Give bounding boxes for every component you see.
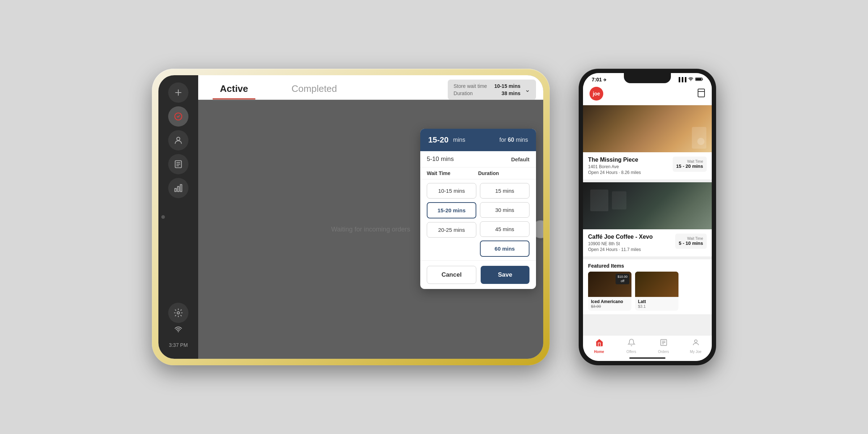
scene: 3:37 PM Active Completed Store wait time… (0, 0, 868, 434)
duration-option-1[interactable]: 30 mins (480, 202, 529, 218)
venue-details-0: The Missing Piece 1401 Boren Ave Open 24… (588, 157, 673, 175)
joe-logo: joe (590, 87, 603, 101)
svg-point-3 (177, 137, 180, 140)
duration-option-2[interactable]: 45 mins (480, 221, 529, 237)
modal-header-duration: 60 (508, 137, 514, 143)
offers-nav-icon (627, 339, 635, 349)
store-wait-label: Store wait time (454, 83, 487, 89)
sidebar-btn-analytics[interactable] (168, 178, 188, 198)
modal-header: 15-20 mins for 60 mins (420, 129, 536, 151)
svg-rect-16 (696, 78, 702, 80)
offers-nav-label: Offers (626, 350, 636, 354)
tab-completed[interactable]: Completed (270, 75, 359, 99)
wait-time-badge-1: Wait Time 5 - 10 mins (675, 234, 707, 249)
orders-nav-label: Orders (658, 350, 669, 354)
wait-value-0: 15 - 20 mins (676, 163, 703, 169)
sidebar-btn-orders[interactable] (168, 154, 188, 174)
featured-item-name-0: Iced Americano (591, 299, 629, 304)
svg-rect-9 (178, 187, 179, 192)
featured-item-info-0: Iced Americano $3.00 (588, 297, 631, 311)
featured-section: Featured Items $10.00off Iced Americano … (583, 259, 712, 314)
save-button[interactable]: Save (481, 266, 529, 284)
svg-rect-10 (180, 184, 182, 192)
sidebar-btn-settings[interactable] (168, 303, 188, 323)
nav-item-offers[interactable]: Offers (615, 339, 647, 354)
duration-option-0[interactable]: 15 mins (480, 183, 529, 199)
modal-overlay: 15-20 mins for 60 mins 5-10 mins Default (198, 100, 543, 359)
home-nav-icon (595, 339, 604, 349)
my-joe-nav-label: My Joe (690, 350, 701, 354)
venue-hours-0: Open 24 Hours · 8.26 miles (588, 170, 673, 175)
venue-name-0: The Missing Piece (588, 157, 673, 163)
wait-label-1: Wait Time (679, 237, 703, 241)
wifi-icon (688, 77, 694, 82)
svg-rect-17 (698, 89, 705, 97)
sidebar-btn-add[interactable] (168, 82, 188, 103)
tab-active[interactable]: Active (198, 75, 270, 99)
modal-header-range: 15-20 (428, 135, 448, 145)
discount-badge-0: $10.00off (616, 274, 629, 284)
store-info-bar[interactable]: Store wait time 10-15 mins Duration 38 m… (448, 80, 536, 100)
featured-item-0[interactable]: $10.00off Iced Americano $3.00 (588, 272, 631, 311)
status-time: 7:01 ✈ (592, 77, 607, 82)
svg-point-11 (177, 312, 180, 314)
venue-image-1 (583, 182, 712, 229)
wait-time-option-0[interactable]: 10-15 mins (427, 183, 476, 199)
venue-card-1[interactable]: Caffé Joe Coffee - Xevo 10900 NE 8th St … (583, 182, 712, 256)
store-duration-value: 38 mins (502, 90, 520, 96)
featured-items-row: $10.00off Iced Americano $3.00 (588, 272, 707, 311)
bookmark-icon[interactable] (697, 89, 705, 99)
cancel-button[interactable]: Cancel (427, 266, 476, 284)
chevron-down-icon: ⌄ (525, 86, 530, 94)
modal-default-row: 5-10 mins Default (420, 151, 536, 167)
main-content: Active Completed Store wait time 10-15 m… (198, 75, 543, 359)
wait-time-badge-0: Wait Time 15 - 20 mins (673, 157, 707, 172)
nav-item-my-joe[interactable]: My Joe (680, 339, 712, 354)
home-nav-label: Home (594, 350, 604, 354)
venue-image-0 (583, 105, 712, 152)
sidebar-btn-user[interactable] (168, 130, 188, 150)
store-duration-label: Duration (454, 90, 473, 96)
featured-item-price-1: $3.1 (638, 304, 676, 309)
phone-header: joe (583, 84, 712, 105)
modal-footer: Cancel Save (420, 260, 536, 289)
modal-box: 15-20 mins for 60 mins 5-10 mins Default (420, 129, 536, 289)
phone-notch (624, 73, 671, 83)
venue-hours-1: Open 24 Hours · 11.7 miles (588, 247, 675, 252)
duration-options: 15 mins 30 mins 45 mins 60 mins (480, 183, 529, 257)
wait-time-option-1[interactable]: 15-20 mins (427, 202, 476, 218)
venue-address-0: 1401 Boren Ave (588, 164, 673, 169)
store-wait-row: Store wait time 10-15 mins (454, 83, 520, 89)
wait-time-option-2[interactable]: 20-25 mins (427, 222, 476, 238)
duration-option-3[interactable]: 60 mins (480, 241, 529, 257)
svg-point-13 (690, 80, 691, 81)
tablet-frame: 3:37 PM Active Completed Store wait time… (152, 69, 550, 365)
nav-item-home[interactable]: Home (583, 339, 615, 354)
tabs-bar: Active Completed Store wait time 10-15 m… (198, 75, 543, 100)
phone-scroll: The Missing Piece 1401 Boren Ave Open 24… (583, 105, 712, 335)
featured-item-info-1: Latt $3.1 (635, 297, 678, 311)
featured-item-1[interactable]: Latt $3.1 (635, 272, 678, 311)
featured-item-img-0: $10.00off (588, 272, 631, 297)
sidebar-time: 3:37 PM (169, 339, 188, 352)
venue-info-0: The Missing Piece 1401 Boren Ave Open 24… (583, 152, 712, 179)
venue-card-0[interactable]: The Missing Piece 1401 Boren Ave Open 24… (583, 105, 712, 179)
store-info-text: Store wait time 10-15 mins Duration 38 m… (454, 83, 520, 96)
featured-item-price-0: $3.00 (591, 304, 629, 309)
status-icons: ▐▐▐ (677, 77, 703, 82)
svg-rect-8 (175, 188, 176, 192)
orders-nav-icon (660, 339, 668, 349)
modal-options-rows: 10-15 mins 15-20 mins 20-25 mins 15 mins… (420, 179, 536, 260)
phone-frame: 7:01 ✈ ▐▐▐ (579, 69, 716, 365)
sidebar-btn-check[interactable] (168, 106, 188, 127)
store-wait-value: 10-15 mins (494, 83, 520, 89)
content-area: Waiting for incoming orders 15-20 mins f… (198, 100, 543, 359)
nav-item-orders[interactable]: Orders (647, 339, 680, 354)
svg-point-12 (178, 331, 179, 332)
venue-name-1: Caffé Joe Coffee - Xevo (588, 234, 675, 240)
my-joe-nav-icon (692, 339, 700, 349)
modal-default-label: Default (511, 156, 529, 162)
home-indicator (629, 357, 665, 359)
svg-point-23 (694, 340, 697, 342)
venue-info-1: Caffé Joe Coffee - Xevo 10900 NE 8th St … (583, 229, 712, 256)
